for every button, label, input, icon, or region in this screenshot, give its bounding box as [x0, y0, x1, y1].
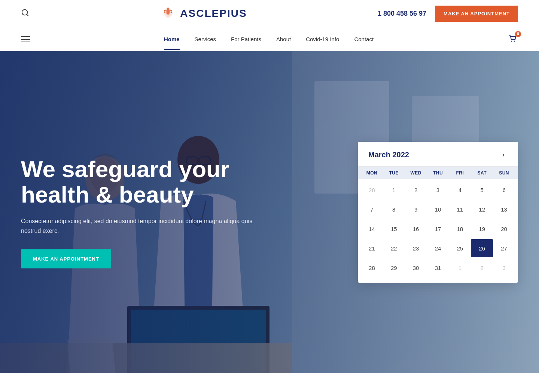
calendar-week-1: 28 1 2 3 4 5 6: [361, 181, 515, 199]
nav-link-for-patients[interactable]: For Patients: [231, 28, 261, 50]
cal-day-14[interactable]: 14: [361, 220, 383, 238]
cart-count: 0: [515, 31, 521, 37]
nav-link-home[interactable]: Home: [164, 28, 180, 50]
calendar-week-5: 28 29 30 31 1 2 3: [361, 259, 515, 277]
calendar-header: March 2022 ›: [358, 142, 518, 167]
hero-subtitle: Consectetur adipiscing elit, sed do eius…: [21, 216, 253, 235]
cal-day-2[interactable]: 2: [405, 181, 427, 199]
nav-link-contact[interactable]: Contact: [354, 28, 374, 50]
calendar-grid: MON TUE WED THU FRI SAT SUN 28 1 2 3 4 5…: [358, 167, 518, 283]
day-name-sun: SUN: [493, 170, 515, 176]
main-navigation: Home Services For Patients About Covid-1…: [164, 28, 374, 50]
cal-day-3-next[interactable]: 3: [493, 259, 515, 277]
cal-day-17[interactable]: 17: [427, 220, 449, 238]
day-name-sat: SAT: [471, 170, 493, 176]
nav-link-about[interactable]: About: [276, 28, 291, 50]
cart-button[interactable]: 0: [508, 33, 518, 45]
cal-day-27[interactable]: 27: [493, 239, 515, 257]
calendar-widget: March 2022 › MON TUE WED THU FRI SAT SUN…: [358, 142, 518, 283]
cal-day-13[interactable]: 13: [493, 200, 515, 218]
cal-day-6[interactable]: 6: [493, 181, 515, 199]
day-name-mon: MON: [361, 170, 383, 176]
cal-day-25[interactable]: 25: [449, 239, 471, 257]
hero-section: We safeguard your health & beauty Consec…: [0, 51, 539, 373]
cal-day-23[interactable]: 23: [405, 239, 427, 257]
logo-text: ASCLEPIUS: [180, 7, 247, 19]
top-bar-left: [21, 9, 29, 18]
cal-day-30[interactable]: 30: [405, 259, 427, 277]
cal-day-2-next[interactable]: 2: [471, 259, 493, 277]
hero-content: We safeguard your health & beauty Consec…: [21, 157, 253, 268]
search-button[interactable]: [21, 9, 29, 18]
nav-right: 0: [508, 33, 518, 45]
cal-day-10[interactable]: 10: [427, 200, 449, 218]
day-name-tue: TUE: [383, 170, 405, 176]
cal-day-18[interactable]: 18: [449, 220, 471, 238]
cal-day-11[interactable]: 11: [449, 200, 471, 218]
cal-day-5[interactable]: 5: [471, 181, 493, 199]
cal-day-4[interactable]: 4: [449, 181, 471, 199]
svg-point-3: [514, 40, 515, 42]
cal-day-31[interactable]: 31: [427, 259, 449, 277]
logo-icon: [160, 5, 176, 22]
cal-day-15[interactable]: 15: [383, 220, 405, 238]
svg-point-2: [511, 40, 512, 42]
logo[interactable]: ASCLEPIUS: [160, 5, 247, 22]
svg-line-1: [27, 14, 28, 16]
calendar-day-names: MON TUE WED THU FRI SAT SUN: [358, 167, 518, 179]
day-name-wed: WED: [405, 170, 427, 176]
cal-day-21[interactable]: 21: [361, 239, 383, 257]
calendar-week-4: 21 22 23 24 25 26 27: [361, 239, 515, 257]
hamburger-menu-button[interactable]: [21, 36, 30, 42]
cal-day-28[interactable]: 28: [361, 259, 383, 277]
cal-day-29[interactable]: 29: [383, 259, 405, 277]
day-name-thu: THU: [427, 170, 449, 176]
cal-day-28-prev[interactable]: 28: [361, 181, 383, 199]
cal-day-16[interactable]: 16: [405, 220, 427, 238]
top-bar: ASCLEPIUS 1 800 458 56 97 MAKE AN APPOIN…: [0, 0, 539, 27]
cal-day-1-next[interactable]: 1: [449, 259, 471, 277]
cal-day-8[interactable]: 8: [383, 200, 405, 218]
cal-day-22[interactable]: 22: [383, 239, 405, 257]
top-bar-right: 1 800 458 56 97 MAKE AN APPOINTMENT: [378, 6, 518, 22]
cal-day-1[interactable]: 1: [383, 181, 405, 199]
phone-number: 1 800 458 56 97: [378, 10, 426, 18]
hero-title: We safeguard your health & beauty: [21, 157, 253, 207]
calendar-week-3: 14 15 16 17 18 19 20: [361, 220, 515, 238]
make-appointment-hero-button[interactable]: MAKE AN APPOINTMENT: [21, 249, 111, 268]
day-name-fri: FRI: [449, 170, 471, 176]
cal-day-19[interactable]: 19: [471, 220, 493, 238]
cal-day-20[interactable]: 20: [493, 220, 515, 238]
calendar-week-2: 7 8 9 10 11 12 13: [361, 200, 515, 218]
cal-day-9[interactable]: 9: [405, 200, 427, 218]
cal-day-12[interactable]: 12: [471, 200, 493, 218]
nav-link-services[interactable]: Services: [195, 28, 216, 50]
calendar-next-button[interactable]: ›: [499, 149, 508, 160]
calendar-month-label: March 2022: [368, 151, 409, 159]
nav-link-covid19[interactable]: Covid-19 Info: [306, 28, 339, 50]
cal-day-3[interactable]: 3: [427, 181, 449, 199]
cal-day-24[interactable]: 24: [427, 239, 449, 257]
make-appointment-top-button[interactable]: MAKE AN APPOINTMENT: [435, 6, 518, 22]
nav-bar: Home Services For Patients About Covid-1…: [0, 27, 539, 51]
cal-day-26-selected[interactable]: 26: [471, 239, 493, 257]
cal-day-7[interactable]: 7: [361, 200, 383, 218]
